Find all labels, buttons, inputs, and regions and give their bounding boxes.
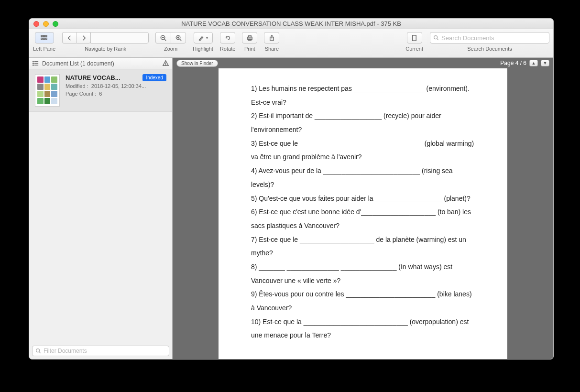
search-input-container[interactable] — [430, 32, 549, 44]
maximize-button[interactable] — [53, 21, 58, 27]
chevron-left-icon — [66, 34, 73, 42]
zoom-out-icon — [160, 34, 167, 42]
document-icon — [411, 34, 418, 42]
nav-back-button[interactable] — [62, 32, 77, 44]
document-line: 2) Est-il important de _________________… — [251, 109, 475, 136]
toolbar: Left Pane Navigate by Rank Zoom ▾ — [29, 29, 553, 58]
modified-value: 2018-12-05, 12:00:34... — [91, 83, 146, 89]
share-label: Share — [265, 46, 279, 52]
modified-label: Modified : — [66, 83, 88, 89]
page-indicator: Page 4 / 6 — [500, 60, 526, 66]
minimize-button[interactable] — [43, 21, 49, 27]
document-title: NATURE VOCAB... — [66, 74, 140, 81]
chevron-right-icon — [80, 34, 88, 42]
svg-line-10 — [179, 39, 181, 40]
page-count-label: Page Count : — [66, 91, 96, 97]
svg-line-31 — [39, 352, 41, 353]
share-button[interactable] — [264, 32, 279, 44]
search-input[interactable] — [441, 34, 546, 42]
sidebar: Document List (1 document) NATURE VOCAB.… — [29, 58, 173, 359]
zoom-in-icon — [175, 34, 182, 42]
svg-point-25 — [33, 61, 34, 62]
show-in-finder-button[interactable]: Show in Finder — [176, 60, 218, 67]
document-line: 9) Êtes-vous pour ou contre les ________… — [251, 287, 475, 315]
svg-rect-1 — [44, 35, 45, 36]
filter-input-container[interactable] — [32, 346, 169, 356]
document-line: 8) _______ ______________ ______________… — [251, 260, 475, 287]
highlight-label: Highlight — [193, 46, 213, 52]
highlighter-icon — [198, 34, 205, 42]
viewer: Show in Finder Page 4 / 6 ▲ ▼ 1) Les hum… — [173, 58, 553, 359]
svg-point-27 — [33, 65, 34, 66]
left-pane-label: Left Pane — [33, 46, 55, 52]
document-line: 5) Qu'est-ce que vous faites pour aider … — [251, 192, 475, 206]
rotate-button[interactable] — [220, 32, 235, 44]
document-line: 6) Est-ce que c'est une bonne idée d'___… — [251, 205, 475, 232]
svg-rect-0 — [41, 35, 43, 36]
search-label: Search Documents — [467, 46, 512, 52]
svg-rect-15 — [249, 35, 252, 37]
titlebar: NATURE VOCAB CONVERSATION CLASS WEAK INT… — [29, 19, 553, 29]
app-window: NATURE VOCAB CONVERSATION CLASS WEAK INT… — [29, 18, 554, 359]
current-button[interactable] — [407, 32, 422, 44]
pdf-page: 1) Les humains ne respectent pas _______… — [219, 68, 507, 359]
print-label: Print — [244, 46, 255, 52]
svg-point-26 — [33, 63, 34, 64]
page-down-button[interactable]: ▼ — [541, 60, 549, 66]
svg-rect-3 — [41, 38, 43, 39]
svg-point-30 — [36, 349, 40, 352]
search-icon — [35, 348, 41, 354]
left-pane-toggle[interactable] — [35, 32, 54, 44]
rotate-label: Rotate — [220, 46, 235, 52]
rotate-icon — [224, 34, 231, 42]
rank-field[interactable] — [90, 32, 149, 44]
zoom-label: Zoom — [164, 46, 177, 52]
document-line: 10) Est-ce que la ______________________… — [251, 315, 475, 342]
svg-rect-2 — [45, 35, 47, 36]
svg-rect-5 — [45, 38, 47, 39]
svg-line-21 — [437, 39, 438, 40]
sidebar-header: Document List (1 document) — [29, 58, 172, 69]
navigate-label: Navigate by Rank — [85, 46, 126, 52]
nav-forward-button[interactable] — [77, 32, 91, 44]
svg-point-29 — [165, 65, 166, 65]
grid-icon — [41, 34, 48, 42]
document-line: 7) Est-ce que le ____________________ de… — [251, 233, 475, 260]
svg-rect-19 — [413, 35, 416, 40]
share-icon — [268, 34, 275, 42]
highlight-button[interactable]: ▾ — [194, 32, 213, 44]
indexed-badge: Indexed — [142, 74, 166, 81]
search-icon — [433, 35, 439, 41]
svg-rect-4 — [44, 38, 45, 39]
sidebar-header-text: Document List (1 document) — [42, 60, 114, 67]
document-list-item[interactable]: NATURE VOCAB... Indexed Modified : 2018-… — [29, 69, 172, 112]
printer-icon — [246, 34, 253, 42]
filter-input[interactable] — [44, 348, 166, 354]
page-count-value: 6 — [99, 91, 102, 97]
document-line: 3) Est-ce que le _______________________… — [251, 137, 475, 164]
page-up-button[interactable]: ▲ — [529, 60, 538, 66]
page-viewport[interactable]: 1) Les humains ne respectent pas _______… — [173, 68, 553, 359]
document-line: 1) Les humains ne respectent pas _______… — [251, 82, 475, 109]
svg-line-7 — [164, 39, 166, 40]
close-button[interactable] — [33, 21, 39, 27]
document-thumbnail — [35, 74, 60, 107]
print-button[interactable] — [242, 32, 257, 44]
warning-icon[interactable] — [162, 60, 169, 67]
window-title: NATURE VOCAB CONVERSATION CLASS WEAK INT… — [29, 20, 553, 27]
zoom-in-button[interactable] — [171, 32, 186, 44]
current-label: Current — [405, 46, 423, 52]
svg-point-20 — [434, 36, 438, 39]
list-icon — [32, 60, 39, 67]
document-line: 4) Avez-vous peur de la ________________… — [251, 164, 475, 191]
zoom-out-button[interactable] — [155, 32, 171, 44]
